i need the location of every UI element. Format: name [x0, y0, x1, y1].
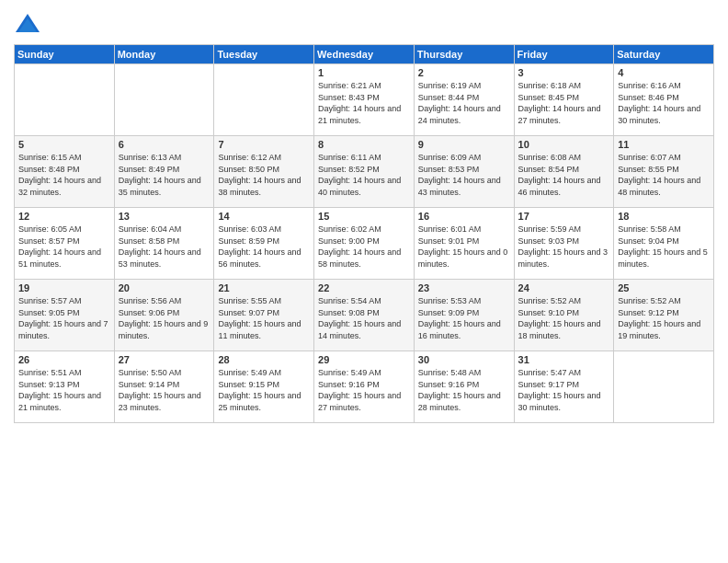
- day-info: Sunrise: 5:50 AM Sunset: 9:14 PM Dayligh…: [119, 367, 210, 413]
- day-number: 16: [418, 211, 510, 222]
- day-number: 25: [618, 282, 710, 293]
- calendar-cell: 18Sunrise: 5:58 AM Sunset: 9:04 PM Dayli…: [614, 208, 714, 280]
- calendar-cell: 5Sunrise: 6:15 AM Sunset: 8:48 PM Daylig…: [15, 136, 115, 208]
- day-info: Sunrise: 5:52 AM Sunset: 9:10 PM Dayligh…: [518, 295, 610, 341]
- day-number: 7: [218, 139, 310, 150]
- day-info: Sunrise: 6:18 AM Sunset: 8:45 PM Dayligh…: [518, 80, 610, 126]
- calendar-cell: 22Sunrise: 5:54 AM Sunset: 9:08 PM Dayli…: [314, 280, 415, 351]
- day-info: Sunrise: 6:05 AM Sunset: 8:57 PM Dayligh…: [18, 224, 110, 270]
- calendar-cell: 27Sunrise: 5:50 AM Sunset: 9:14 PM Dayli…: [114, 351, 214, 423]
- day-number: 10: [518, 139, 610, 150]
- day-number: 23: [418, 282, 510, 293]
- calendar-cell: 7Sunrise: 6:12 AM Sunset: 8:50 PM Daylig…: [214, 136, 314, 208]
- calendar-cell: 16Sunrise: 6:01 AM Sunset: 9:01 PM Dayli…: [414, 208, 514, 280]
- weekday-friday: Friday: [514, 45, 614, 64]
- calendar-cell: [15, 64, 115, 136]
- day-info: Sunrise: 5:48 AM Sunset: 9:16 PM Dayligh…: [418, 367, 510, 413]
- calendar-cell: 21Sunrise: 5:55 AM Sunset: 9:07 PM Dayli…: [214, 280, 314, 351]
- calendar-cell: 24Sunrise: 5:52 AM Sunset: 9:10 PM Dayli…: [514, 280, 614, 351]
- header: [14, 9, 714, 37]
- day-number: 17: [518, 211, 610, 222]
- logo: [14, 9, 45, 37]
- calendar-cell: 8Sunrise: 6:11 AM Sunset: 8:52 PM Daylig…: [314, 136, 415, 208]
- week-row-1: 1Sunrise: 6:21 AM Sunset: 8:43 PM Daylig…: [15, 64, 714, 136]
- day-info: Sunrise: 5:49 AM Sunset: 9:15 PM Dayligh…: [218, 367, 310, 413]
- day-info: Sunrise: 6:21 AM Sunset: 8:43 PM Dayligh…: [318, 80, 410, 126]
- day-info: Sunrise: 6:19 AM Sunset: 8:44 PM Dayligh…: [418, 80, 510, 126]
- calendar-cell: 26Sunrise: 5:51 AM Sunset: 9:13 PM Dayli…: [15, 351, 115, 423]
- week-row-3: 12Sunrise: 6:05 AM Sunset: 8:57 PM Dayli…: [15, 208, 714, 280]
- day-number: 12: [18, 211, 110, 222]
- day-info: Sunrise: 5:52 AM Sunset: 9:12 PM Dayligh…: [618, 295, 710, 341]
- calendar-cell: 25Sunrise: 5:52 AM Sunset: 9:12 PM Dayli…: [614, 280, 714, 351]
- day-info: Sunrise: 6:04 AM Sunset: 8:58 PM Dayligh…: [119, 224, 210, 270]
- weekday-saturday: Saturday: [614, 45, 714, 64]
- week-row-2: 5Sunrise: 6:15 AM Sunset: 8:48 PM Daylig…: [15, 136, 714, 208]
- day-number: 9: [418, 139, 510, 150]
- day-info: Sunrise: 6:12 AM Sunset: 8:50 PM Dayligh…: [218, 152, 310, 198]
- day-info: Sunrise: 5:47 AM Sunset: 9:17 PM Dayligh…: [518, 367, 610, 413]
- calendar-cell: 31Sunrise: 5:47 AM Sunset: 9:17 PM Dayli…: [514, 351, 614, 423]
- calendar-cell: 17Sunrise: 5:59 AM Sunset: 9:03 PM Dayli…: [514, 208, 614, 280]
- page: SundayMondayTuesdayWednesdayThursdayFrid…: [0, 0, 728, 563]
- day-number: 13: [119, 211, 210, 222]
- weekday-wednesday: Wednesday: [314, 45, 415, 64]
- day-info: Sunrise: 6:16 AM Sunset: 8:46 PM Dayligh…: [618, 80, 710, 126]
- logo-icon: [14, 9, 41, 37]
- day-number: 31: [518, 354, 610, 365]
- day-number: 18: [618, 211, 710, 222]
- calendar-cell: 12Sunrise: 6:05 AM Sunset: 8:57 PM Dayli…: [15, 208, 115, 280]
- calendar-cell: 15Sunrise: 6:02 AM Sunset: 9:00 PM Dayli…: [314, 208, 415, 280]
- day-number: 15: [318, 211, 410, 222]
- calendar-cell: 30Sunrise: 5:48 AM Sunset: 9:16 PM Dayli…: [414, 351, 514, 423]
- day-info: Sunrise: 6:08 AM Sunset: 8:54 PM Dayligh…: [518, 152, 610, 198]
- day-info: Sunrise: 6:02 AM Sunset: 9:00 PM Dayligh…: [318, 224, 410, 270]
- day-number: 1: [318, 67, 410, 78]
- day-info: Sunrise: 5:57 AM Sunset: 9:05 PM Dayligh…: [18, 295, 110, 341]
- day-number: 4: [618, 67, 710, 78]
- day-info: Sunrise: 5:49 AM Sunset: 9:16 PM Dayligh…: [318, 367, 410, 413]
- day-number: 2: [418, 67, 510, 78]
- calendar-cell: 4Sunrise: 6:16 AM Sunset: 8:46 PM Daylig…: [614, 64, 714, 136]
- day-info: Sunrise: 5:54 AM Sunset: 9:08 PM Dayligh…: [318, 295, 410, 341]
- week-row-4: 19Sunrise: 5:57 AM Sunset: 9:05 PM Dayli…: [15, 280, 714, 351]
- day-info: Sunrise: 6:15 AM Sunset: 8:48 PM Dayligh…: [18, 152, 110, 198]
- calendar-cell: 29Sunrise: 5:49 AM Sunset: 9:16 PM Dayli…: [314, 351, 415, 423]
- calendar-cell: [214, 64, 314, 136]
- weekday-sunday: Sunday: [15, 45, 115, 64]
- day-number: 30: [418, 354, 510, 365]
- day-info: Sunrise: 5:51 AM Sunset: 9:13 PM Dayligh…: [18, 367, 110, 413]
- day-number: 14: [218, 211, 310, 222]
- day-info: Sunrise: 6:11 AM Sunset: 8:52 PM Dayligh…: [318, 152, 410, 198]
- calendar: SundayMondayTuesdayWednesdayThursdayFrid…: [14, 44, 714, 423]
- calendar-cell: [614, 351, 714, 423]
- day-number: 29: [318, 354, 410, 365]
- calendar-cell: 14Sunrise: 6:03 AM Sunset: 8:59 PM Dayli…: [214, 208, 314, 280]
- day-info: Sunrise: 6:01 AM Sunset: 9:01 PM Dayligh…: [418, 224, 510, 270]
- day-number: 27: [119, 354, 210, 365]
- day-number: 5: [18, 139, 110, 150]
- weekday-header-row: SundayMondayTuesdayWednesdayThursdayFrid…: [15, 45, 714, 64]
- day-info: Sunrise: 6:07 AM Sunset: 8:55 PM Dayligh…: [618, 152, 710, 198]
- calendar-cell: 23Sunrise: 5:53 AM Sunset: 9:09 PM Dayli…: [414, 280, 514, 351]
- day-number: 6: [119, 139, 210, 150]
- day-number: 11: [618, 139, 710, 150]
- day-info: Sunrise: 6:13 AM Sunset: 8:49 PM Dayligh…: [119, 152, 210, 198]
- weekday-tuesday: Tuesday: [214, 45, 314, 64]
- week-row-5: 26Sunrise: 5:51 AM Sunset: 9:13 PM Dayli…: [15, 351, 714, 423]
- day-number: 22: [318, 282, 410, 293]
- calendar-cell: [114, 64, 214, 136]
- calendar-cell: 10Sunrise: 6:08 AM Sunset: 8:54 PM Dayli…: [514, 136, 614, 208]
- calendar-cell: 2Sunrise: 6:19 AM Sunset: 8:44 PM Daylig…: [414, 64, 514, 136]
- day-number: 28: [218, 354, 310, 365]
- weekday-thursday: Thursday: [414, 45, 514, 64]
- calendar-cell: 13Sunrise: 6:04 AM Sunset: 8:58 PM Dayli…: [114, 208, 214, 280]
- calendar-cell: 6Sunrise: 6:13 AM Sunset: 8:49 PM Daylig…: [114, 136, 214, 208]
- calendar-cell: 19Sunrise: 5:57 AM Sunset: 9:05 PM Dayli…: [15, 280, 115, 351]
- day-info: Sunrise: 5:59 AM Sunset: 9:03 PM Dayligh…: [518, 224, 610, 270]
- day-number: 21: [218, 282, 310, 293]
- day-info: Sunrise: 6:03 AM Sunset: 8:59 PM Dayligh…: [218, 224, 310, 270]
- calendar-cell: 20Sunrise: 5:56 AM Sunset: 9:06 PM Dayli…: [114, 280, 214, 351]
- day-info: Sunrise: 5:58 AM Sunset: 9:04 PM Dayligh…: [618, 224, 710, 270]
- day-info: Sunrise: 5:53 AM Sunset: 9:09 PM Dayligh…: [418, 295, 510, 341]
